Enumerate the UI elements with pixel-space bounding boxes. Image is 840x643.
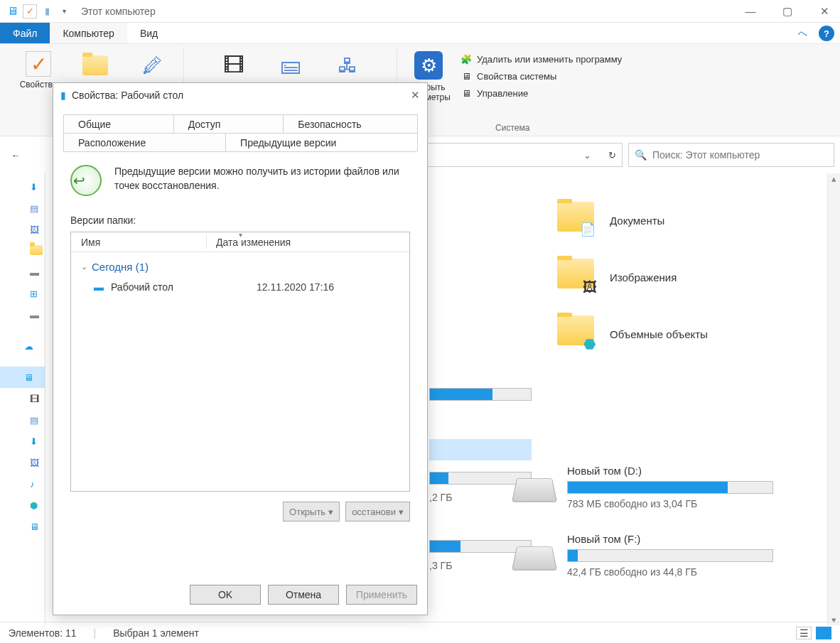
nav-back-button[interactable]: ← xyxy=(6,145,26,165)
drive-f-usage-bar xyxy=(567,549,773,562)
sidebar-item[interactable]: 🖼 xyxy=(0,452,45,473)
pc-icon: 🖥 xyxy=(6,4,20,18)
desktop-icon: ▬ xyxy=(94,281,104,293)
folder-3dobjects[interactable]: ⬣ Объемные объекты xyxy=(557,315,708,352)
tab-computer[interactable]: Компьютер xyxy=(50,23,126,43)
status-bar: Элементов: 11 | Выбран 1 элемент ☰ xyxy=(0,622,840,643)
sidebar-item[interactable]: ⬇ xyxy=(0,431,45,452)
view-details-icon[interactable]: ☰ xyxy=(796,627,812,639)
drive-f[interactable]: Новый том (F:) 42,4 ГБ свободно из 44,8 … xyxy=(515,533,773,578)
col-name[interactable]: Имя xyxy=(71,237,206,248)
sidebar-item[interactable]: ⬇ xyxy=(0,176,45,198)
maximize-button[interactable]: ▢ xyxy=(777,5,797,18)
nav-forward-button[interactable] xyxy=(31,145,51,165)
chevron-down-icon: ⌄ xyxy=(81,262,87,271)
collapse-ribbon-icon[interactable]: へ xyxy=(791,23,814,43)
list-group[interactable]: ⌄ Сегодня (1) xyxy=(71,252,409,279)
versions-list: Имя Дата изменения ▾ ⌄ Сегодня (1) ▬ Раб… xyxy=(70,232,410,492)
tab-sharing[interactable]: Доступ xyxy=(173,114,284,133)
dialog-close-button[interactable]: ✕ xyxy=(411,89,420,102)
sidebar-item[interactable]: ⬢ xyxy=(0,495,45,516)
folder-icon xyxy=(81,51,109,80)
ribbon-manage-button[interactable]: 🖥 Управление xyxy=(460,87,622,99)
ribbon-uninstall-button[interactable]: 🧩 Удалить или изменить программу xyxy=(460,53,622,65)
sidebar-item[interactable]: ▤ xyxy=(0,198,45,219)
dialog-panel: Предыдущие версии можно получить из исто… xyxy=(63,151,417,592)
sort-indicator-icon: ▾ xyxy=(239,231,242,239)
dialog-tabs: Общие Доступ Безопасность Расположение П… xyxy=(53,107,427,151)
manage-icon: 🖥 xyxy=(460,87,473,99)
tab-view[interactable]: Вид xyxy=(127,23,171,43)
sidebar-item[interactable]: 🖼 xyxy=(0,219,45,240)
col-date[interactable]: Дата изменения xyxy=(206,237,301,248)
sidebar-item[interactable]: ♪ xyxy=(0,473,45,495)
folder-pictures[interactable]: 🖼 Изображения xyxy=(557,259,708,296)
sidebar-item[interactable]: 🎞 xyxy=(0,388,45,409)
sidebar-item[interactable]: ▬ xyxy=(0,261,45,283)
search-icon: 🔍 xyxy=(635,149,647,161)
tab-general[interactable]: Общие xyxy=(63,114,174,133)
open-version-button[interactable]: Открыть▾ xyxy=(283,502,340,522)
status-count: Элементов: 11 xyxy=(9,627,77,639)
restore-version-button[interactable]: осстанови▾ xyxy=(345,502,410,522)
sidebar-item[interactable]: 🖥 xyxy=(0,516,45,537)
sidebar-item[interactable]: ▬ xyxy=(0,304,45,325)
sidebar-item[interactable] xyxy=(0,240,45,261)
media-icon: 🎞 xyxy=(220,51,248,80)
search-input[interactable]: 🔍 Поиск: Этот компьютер xyxy=(628,143,834,167)
sidebar: ⬇ ▤ 🖼 ▬ ⊞ ▬ ☁ 🖥 🎞 ▤ ⬇ 🖼 ♪ ⬢ 🖥 xyxy=(0,173,45,625)
ok-button[interactable]: OK xyxy=(190,585,261,605)
view-large-icon[interactable] xyxy=(816,627,831,639)
search-placeholder: Поиск: Этот компьютер xyxy=(652,149,760,161)
apply-button[interactable]: Применить xyxy=(346,585,417,605)
sidebar-item[interactable]: ⊞ xyxy=(0,283,45,304)
properties-icon: ✓ xyxy=(26,51,51,77)
folder-documents[interactable]: 📄 Документы xyxy=(557,202,708,239)
network-icon: 🖧 xyxy=(333,51,362,80)
ribbon-group-label: Система xyxy=(495,123,529,136)
gear-icon: ⚙ xyxy=(414,51,443,80)
drive-e-size-fragment: ,3 ГБ xyxy=(429,560,452,571)
drive-d-usage-bar xyxy=(567,481,773,494)
tab-file[interactable]: Файл xyxy=(0,23,50,43)
uninstall-icon: 🧩 xyxy=(460,53,473,65)
qat-checkbox-icon[interactable]: ✓ xyxy=(23,4,37,18)
drive-d[interactable]: Новый том (D:) 783 МБ свободно из 3,04 Г… xyxy=(515,465,773,509)
properties-dialog: ▮ Свойства: Рабочий стол ✕ Общие Доступ … xyxy=(53,82,428,615)
dialog-hint: Предыдущие версии можно получить из исто… xyxy=(114,165,410,196)
refresh-icon[interactable]: ↻ xyxy=(608,150,616,161)
qat-file-icon[interactable]: ▮ xyxy=(40,4,54,18)
sysprops-icon: 🖥 xyxy=(460,70,473,82)
folder-icon: ▮ xyxy=(60,90,66,101)
tab-security[interactable]: Безопасность xyxy=(283,114,418,133)
window-title: Этот компьютер xyxy=(81,6,156,17)
address-dropdown-icon[interactable]: ⌄ xyxy=(583,150,591,161)
sidebar-item[interactable]: ▤ xyxy=(0,409,45,431)
drive-c-size-fragment: ,2 ГБ xyxy=(429,492,452,503)
minimize-button[interactable]: — xyxy=(741,5,760,18)
drive-icon: 🖴 xyxy=(276,51,305,80)
history-icon xyxy=(70,165,102,196)
ribbon-tabs: Файл Компьютер Вид へ ? xyxy=(0,23,840,44)
window-titlebar: 🖥 ✓ ▮ ▾ Этот компьютер — ▢ ✕ xyxy=(0,0,840,23)
tab-location[interactable]: Расположение xyxy=(63,133,226,151)
tab-previous-versions[interactable]: Предыдущие версии xyxy=(225,133,418,151)
list-item[interactable]: ▬ Рабочий стол 12.11.2020 17:16 xyxy=(71,279,409,296)
dropdown-icon: ▾ xyxy=(328,507,333,517)
cancel-button[interactable]: Отмена xyxy=(268,585,339,605)
sidebar-this-pc[interactable]: 🖥 xyxy=(0,367,45,388)
status-selected: Выбран 1 элемент xyxy=(113,627,199,639)
rename-icon: 🖉 xyxy=(138,51,166,80)
scrollbar[interactable]: ▴ ▾ xyxy=(827,173,840,625)
dialog-title: Свойства: Рабочий стол xyxy=(72,90,183,101)
close-button[interactable]: ✕ xyxy=(814,5,834,18)
help-button[interactable]: ? xyxy=(819,26,834,41)
dropdown-icon: ▾ xyxy=(399,507,404,517)
sidebar-onedrive[interactable]: ☁ xyxy=(0,335,45,357)
ribbon-sysprops-button[interactable]: 🖥 Свойства системы xyxy=(460,70,622,82)
list-label: Версии папки: xyxy=(63,207,417,232)
qat-dropdown-icon[interactable]: ▾ xyxy=(57,4,71,18)
